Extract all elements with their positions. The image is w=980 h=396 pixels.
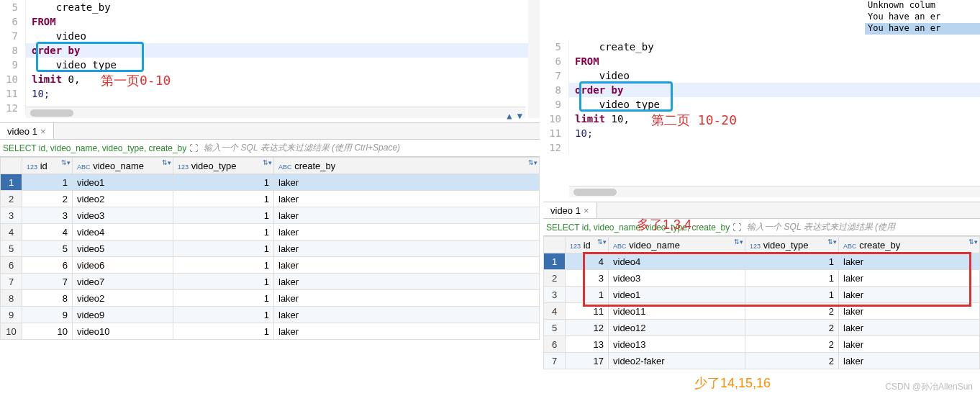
query-text: SELECT id, video_name, video_type, creat… bbox=[543, 222, 730, 233]
table-row[interactable]: 1010video101laker bbox=[1, 323, 540, 340]
table-row[interactable]: 33video31laker bbox=[1, 207, 540, 224]
column-header-video_type[interactable]: 123 video_type⇅▾ bbox=[745, 237, 839, 253]
filter-input-right[interactable]: 输入一个 SQL 表达式来过滤结果 (使用 bbox=[744, 221, 980, 233]
result-grid-right[interactable]: 123 id⇅▾ABC video_name⇅▾123 video_type⇅▾… bbox=[543, 236, 980, 369]
result-tab-left[interactable]: video 1 × bbox=[0, 123, 54, 139]
column-header-id[interactable]: 123 id⇅▾ bbox=[566, 237, 609, 253]
sql-editor-right[interactable]: 5 create_by6FROM7 video8order by9 video_… bbox=[543, 40, 980, 202]
column-header-id[interactable]: 123 id⇅▾ bbox=[22, 158, 73, 174]
vscroll-left-editor[interactable] bbox=[528, 0, 540, 118]
query-bar-right: SELECT id, video_name, video_type, creat… bbox=[543, 219, 980, 236]
table-row[interactable]: 44video41laker bbox=[1, 224, 540, 240]
watermark: CSDN @孙冶AllenSun bbox=[885, 381, 973, 393]
left-pane: 5 create_by6FROM7 video8order by9 video_… bbox=[0, 0, 540, 396]
query-bar-left: SELECT id, video_name, video_type, creat… bbox=[0, 140, 540, 157]
result-tab-bar-right: video 1 × bbox=[543, 202, 980, 219]
close-icon[interactable]: × bbox=[40, 126, 46, 137]
annotation-missing: 少了14,15,16 bbox=[694, 374, 771, 392]
column-header-create_by[interactable]: ABC create_by⇅▾ bbox=[274, 158, 540, 174]
expand-icon[interactable]: ⛶ bbox=[730, 222, 744, 233]
right-pane: Unknown columYou have an erYou have an e… bbox=[543, 0, 980, 396]
table-row[interactable]: 99video91laker bbox=[1, 307, 540, 323]
table-row[interactable]: 77video71laker bbox=[1, 274, 540, 290]
result-grid-left[interactable]: 123 id⇅▾ABC video_name⇅▾123 video_type⇅▾… bbox=[0, 157, 540, 340]
column-header-create_by[interactable]: ABC create_by⇅▾ bbox=[839, 237, 980, 253]
tab-label: video 1 bbox=[550, 205, 581, 216]
column-header-video_type[interactable]: 123 video_type⇅▾ bbox=[173, 158, 274, 174]
hscroll-left[interactable] bbox=[26, 107, 525, 118]
table-row[interactable]: 11video11laker bbox=[1, 174, 540, 191]
console-output: Unknown columYou have an erYou have an e… bbox=[865, 0, 980, 36]
table-row[interactable]: 411video112laker bbox=[544, 303, 980, 320]
column-header-video_name[interactable]: ABC video_name⇅▾ bbox=[609, 237, 745, 253]
sql-editor-left[interactable]: 5 create_by6FROM7 video8order by9 video_… bbox=[0, 0, 540, 122]
table-row[interactable]: 88video21laker bbox=[1, 290, 540, 307]
table-row[interactable]: 66video61laker bbox=[1, 257, 540, 274]
table-row[interactable]: 22video21laker bbox=[1, 191, 540, 207]
filter-input-left[interactable]: 输入一个 SQL 表达式来过滤结果 (使用 Ctrl+Space) bbox=[201, 142, 540, 154]
row-header-corner[interactable] bbox=[1, 158, 22, 174]
table-row[interactable]: 31video11laker bbox=[544, 287, 980, 303]
query-text: SELECT id, video_name, video_type, creat… bbox=[0, 143, 186, 153]
table-row[interactable]: 512video122laker bbox=[544, 320, 980, 336]
tab-label: video 1 bbox=[7, 126, 37, 137]
hscroll-right[interactable] bbox=[569, 186, 980, 197]
table-row[interactable]: 23video31laker bbox=[544, 270, 980, 287]
result-tab-bar-left: video 1 × bbox=[0, 122, 540, 140]
column-header-video_name[interactable]: ABC video_name⇅▾ bbox=[73, 158, 173, 174]
table-row[interactable]: 613video132laker bbox=[544, 336, 980, 353]
close-icon[interactable]: × bbox=[584, 205, 589, 216]
result-tab-right[interactable]: video 1 × bbox=[543, 202, 597, 218]
row-header-corner[interactable] bbox=[544, 237, 566, 253]
table-row[interactable]: 717video2-faker2laker bbox=[544, 353, 980, 369]
expand-icon[interactable]: ⛶ bbox=[186, 143, 201, 153]
collapse-icon[interactable]: ▲ ▼ bbox=[507, 111, 522, 121]
table-row[interactable]: 55video51laker bbox=[1, 240, 540, 257]
table-row[interactable]: 14video41laker bbox=[544, 253, 980, 270]
